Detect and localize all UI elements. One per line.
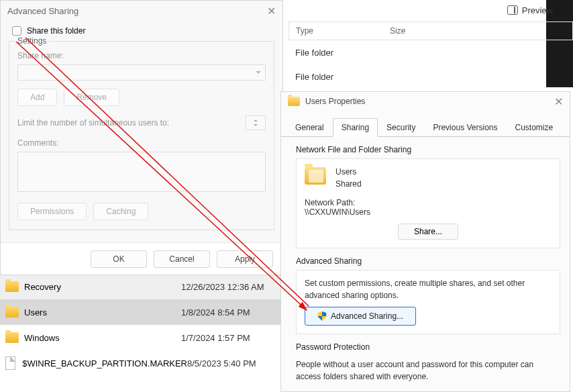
dialog-title: Advanced Sharing <box>7 6 79 16</box>
folder-icon <box>5 332 19 343</box>
advanced-sharing-desc: Set custom permissions, create multiple … <box>305 277 552 301</box>
item-date: 1/8/2024 8:54 PM <box>181 307 282 317</box>
password-protection-desc: People without a user account and passwo… <box>296 358 560 383</box>
preview-label: Preview <box>522 5 553 15</box>
folder-icon <box>288 97 300 106</box>
tab-customize[interactable]: Customize <box>506 118 562 137</box>
share-button[interactable]: Share... <box>398 224 458 240</box>
limit-users-stepper[interactable] <box>246 115 266 130</box>
dialog-title: Users Properties <box>305 97 365 106</box>
item-date: 12/26/2023 12:36 AM <box>181 282 282 292</box>
shared-status: Shared <box>335 178 362 190</box>
file-row[interactable]: File folder <box>289 64 573 89</box>
users-properties-dialog: Users Properties ✕ General Sharing Secur… <box>280 91 570 392</box>
share-folder-label: Share this folder <box>27 26 85 36</box>
preview-pane-toggle[interactable]: Preview <box>507 5 553 15</box>
item-date: 1/7/2024 1:57 PM <box>181 333 282 343</box>
advanced-sharing-section: Set custom permissions, create multiple … <box>296 270 560 334</box>
folder-name: Users <box>335 166 362 178</box>
advanced-sharing-button-label: Advanced Sharing... <box>331 311 403 321</box>
comments-textarea[interactable] <box>17 152 266 192</box>
tab-sharing[interactable]: Sharing <box>333 118 378 137</box>
nfs-section: Users Shared Network Path: \\CXXUWIN\Use… <box>296 158 560 248</box>
permissions-button[interactable]: Permissions <box>17 203 87 220</box>
item-name: Windows <box>24 333 181 343</box>
item-name: Recovery <box>24 282 181 292</box>
tab-general[interactable]: General <box>286 118 333 137</box>
advanced-sharing-dialog: Advanced Sharing ✕ Share this folder Set… <box>0 0 283 275</box>
password-protection-section: People without a user account and passwo… <box>296 356 560 392</box>
advanced-sharing-section-title: Advanced Sharing <box>296 256 560 266</box>
close-icon[interactable]: ✕ <box>554 95 563 108</box>
add-button[interactable]: Add <box>17 89 57 106</box>
remove-button[interactable]: Remove <box>64 89 119 106</box>
file-row[interactable]: File folder <box>289 40 573 64</box>
network-path-value: \\CXXUWIN\Users <box>305 207 552 217</box>
caching-button[interactable]: Caching <box>93 203 148 220</box>
explorer-toolbar: Preview <box>289 0 573 20</box>
cancel-button[interactable]: Cancel <box>154 250 210 268</box>
settings-legend: Settings <box>15 36 49 46</box>
file-type-rows: File folder File folder <box>289 40 573 89</box>
share-name-label: Share name: <box>17 51 266 60</box>
item-date: 8/5/2023 5:40 PM <box>187 358 282 369</box>
dialog-titlebar[interactable]: Users Properties ✕ <box>281 92 570 111</box>
folder-shared-icon <box>305 167 326 185</box>
password-protection-change: To change this setting, use the Network … <box>296 389 560 392</box>
column-type[interactable]: Type <box>289 26 383 36</box>
preview-icon <box>507 5 518 15</box>
advanced-sharing-button[interactable]: Advanced Sharing... <box>305 307 416 326</box>
password-protection-title: Password Protection <box>296 342 560 352</box>
dialog-footer: OK Cancel Apply <box>1 242 282 275</box>
column-headers[interactable]: Type Size <box>289 21 573 40</box>
list-item[interactable]: $WINRE_BACKUP_PARTITION.MARKER 8/5/2023 … <box>0 350 282 376</box>
folder-icon <box>5 281 19 292</box>
chevron-down-icon[interactable] <box>246 123 265 130</box>
checkbox-icon[interactable] <box>12 26 21 36</box>
list-item[interactable]: Users 1/8/2024 8:54 PM <box>0 299 282 325</box>
column-size[interactable]: Size <box>383 26 450 36</box>
item-name: Users <box>24 307 181 317</box>
tab-security[interactable]: Security <box>378 118 424 137</box>
comments-label: Comments: <box>17 138 266 148</box>
close-icon[interactable]: ✕ <box>267 5 276 17</box>
share-folder-checkbox-row[interactable]: Share this folder <box>12 26 274 36</box>
explorer-left-rows: Recovery 12/26/2023 12:36 AM Users 1/8/2… <box>0 274 282 376</box>
list-item[interactable]: Recovery 12/26/2023 12:36 AM <box>0 274 282 299</box>
list-item[interactable]: Windows 1/7/2024 1:57 PM <box>0 325 282 350</box>
properties-tabs: General Sharing Security Previous Versio… <box>281 117 570 137</box>
shield-icon <box>317 311 327 321</box>
network-path-label: Network Path: <box>305 198 552 207</box>
file-icon <box>5 356 15 370</box>
apply-button[interactable]: Apply <box>217 250 273 268</box>
dialog-titlebar[interactable]: Advanced Sharing ✕ <box>1 1 282 21</box>
chevron-up-icon[interactable] <box>246 116 265 123</box>
folder-icon <box>5 307 19 317</box>
limit-users-label: Limit the number of simultaneous users t… <box>17 118 169 128</box>
share-name-combo[interactable] <box>17 64 266 81</box>
item-name: $WINRE_BACKUP_PARTITION.MARKER <box>22 358 187 369</box>
nfs-section-title: Network File and Folder Sharing <box>296 145 560 154</box>
ok-button[interactable]: OK <box>91 250 147 268</box>
settings-group: Settings Share name: Add Remove Limit th… <box>9 41 274 230</box>
tab-previous-versions[interactable]: Previous Versions <box>424 118 506 137</box>
